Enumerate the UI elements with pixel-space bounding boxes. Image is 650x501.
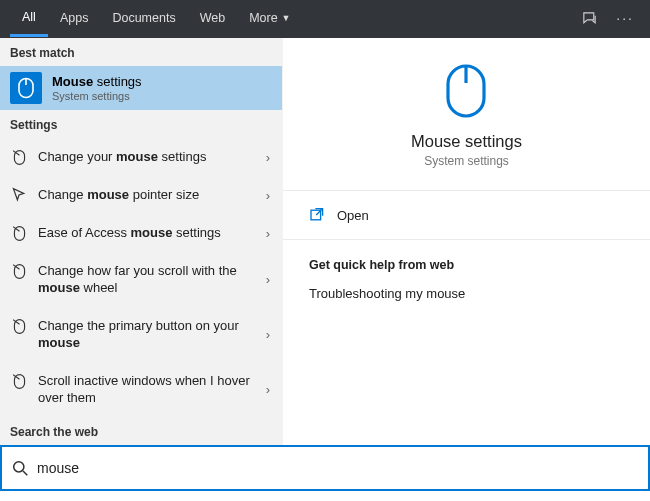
tab-web[interactable]: Web xyxy=(188,0,237,37)
tab-label: Apps xyxy=(60,11,89,25)
settings-result-label: Change how far you scroll with the mouse… xyxy=(38,262,272,297)
tab-documents[interactable]: Documents xyxy=(100,0,187,37)
open-label: Open xyxy=(337,208,369,223)
chevron-right-icon: › xyxy=(266,187,270,202)
settings-result[interactable]: Change your mouse settings› xyxy=(0,138,282,176)
tab-all[interactable]: All xyxy=(10,0,48,37)
chevron-right-icon: › xyxy=(266,327,270,342)
settings-result-label: Scroll inactive windows when I hover ove… xyxy=(38,372,272,407)
settings-result[interactable]: Change mouse pointer size› xyxy=(0,176,282,214)
settings-result-label: Change your mouse settings xyxy=(38,148,272,166)
settings-result[interactable]: Change how far you scroll with the mouse… xyxy=(0,252,282,307)
result-subtitle: System settings xyxy=(52,90,272,102)
tab-label: Web xyxy=(200,11,225,25)
results-list: Best match Mouse settings System setting… xyxy=(0,38,283,445)
preview-subtitle: System settings xyxy=(424,154,509,168)
more-options-icon[interactable]: ··· xyxy=(616,10,634,26)
tab-label: Documents xyxy=(112,11,175,25)
settings-result-label: Change mouse pointer size xyxy=(38,186,272,204)
settings-result[interactable]: Change the primary button on your mouse› xyxy=(0,307,282,362)
mouse-icon-large xyxy=(442,62,490,120)
open-icon xyxy=(309,207,325,223)
mouse-icon xyxy=(10,225,28,242)
mouse-icon xyxy=(10,318,28,335)
chevron-right-icon: › xyxy=(266,382,270,397)
mouse-icon xyxy=(10,263,28,280)
settings-result-label: Ease of Access mouse settings xyxy=(38,224,272,242)
tab-apps[interactable]: Apps xyxy=(48,0,101,37)
svg-line-20 xyxy=(23,471,27,475)
tab-label: All xyxy=(22,10,36,24)
feedback-icon[interactable] xyxy=(581,10,598,27)
preview-pane: Mouse settings System settings Open Get … xyxy=(283,38,650,445)
search-icon xyxy=(12,460,29,477)
help-link-troubleshoot[interactable]: Troubleshooting my mouse xyxy=(309,286,624,301)
result-title: Mouse settings xyxy=(52,74,272,89)
search-input[interactable] xyxy=(37,460,638,476)
pointer-icon xyxy=(10,187,28,203)
search-filter-tabbar: All Apps Documents Web More ▼ ··· xyxy=(0,0,650,38)
chevron-right-icon: › xyxy=(266,225,270,240)
best-match-result[interactable]: Mouse settings System settings xyxy=(0,66,282,110)
chevron-down-icon: ▼ xyxy=(282,13,291,23)
section-search-web: Search the web xyxy=(0,417,282,445)
tab-more[interactable]: More ▼ xyxy=(237,0,302,37)
section-settings: Settings xyxy=(0,110,282,138)
help-section-title: Get quick help from web xyxy=(309,258,624,272)
tab-label: More xyxy=(249,11,277,25)
section-best-match: Best match xyxy=(0,38,282,66)
mouse-icon xyxy=(10,72,42,104)
open-action[interactable]: Open xyxy=(283,191,650,240)
settings-result[interactable]: Ease of Access mouse settings› xyxy=(0,214,282,252)
preview-title: Mouse settings xyxy=(411,132,522,151)
settings-result-label: Change the primary button on your mouse xyxy=(38,317,272,352)
chevron-right-icon: › xyxy=(266,150,270,165)
svg-point-19 xyxy=(14,461,24,471)
chevron-right-icon: › xyxy=(266,272,270,287)
settings-result[interactable]: Scroll inactive windows when I hover ove… xyxy=(0,362,282,417)
results-area: Best match Mouse settings System setting… xyxy=(0,38,650,445)
mouse-icon xyxy=(10,149,28,166)
search-bar[interactable] xyxy=(0,445,650,491)
mouse-icon xyxy=(10,373,28,390)
